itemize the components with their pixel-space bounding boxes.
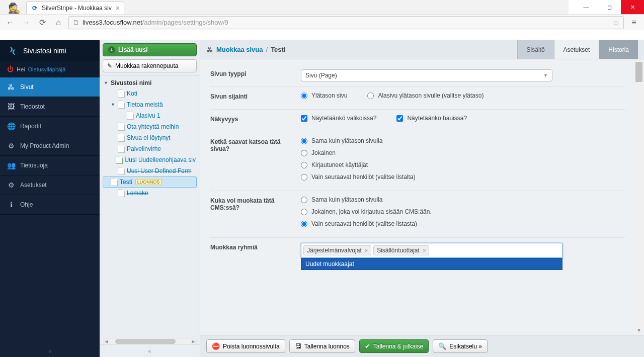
tree-item[interactable]: Ota yhteyttä meihin (103, 121, 197, 132)
tree-item-selected[interactable]: TestiLUONNOS (103, 176, 197, 188)
groups-dropdown-option[interactable]: Uudet muokkaajat (301, 258, 562, 270)
radio-viewer-inherit[interactable]: Sama kuin ylätason sivulla (301, 137, 625, 144)
remove-token-icon[interactable]: × (423, 247, 426, 253)
close-button[interactable]: ✕ (621, 0, 644, 14)
content-area: 🖧 Muokkaa sivua / Testi Sisältö Asetukse… (200, 40, 644, 357)
tree-item[interactable]: Lomake (103, 188, 197, 199)
radio-top-level[interactable]: Ylätason sivu (301, 92, 347, 99)
nav-files[interactable]: 🖼Tiedostot (0, 97, 100, 117)
breadcrumb-separator: / (266, 46, 268, 53)
tree-root[interactable]: ▼Sivustosi nimi (103, 78, 197, 88)
globe-icon: 🌐 (7, 122, 15, 130)
label-page-type: Sivun tyyppi (210, 69, 301, 81)
bookmark-icon[interactable]: ☆ (613, 19, 619, 27)
forward-button[interactable]: → (20, 17, 32, 29)
check-show-menus[interactable]: Näytetäänkö valikoissa? (301, 115, 376, 122)
check-show-search[interactable]: Näytetäänkö hauissa? (396, 115, 467, 122)
tree-item[interactable]: ▼Tietoa meistä (103, 99, 197, 110)
silverstripe-icon (7, 45, 18, 56)
sitemap-icon: 🖧 (206, 46, 213, 54)
radio-subpage[interactable]: Alasivu ylätason sivulle (valitse ylätas… (367, 92, 484, 99)
user-link[interactable]: Oletusylläpitäjä (28, 66, 66, 72)
form-vertical-scrollbar[interactable]: ▲ ▼ (635, 60, 643, 334)
label-groups: Muokkaa ryhmiä (210, 243, 301, 270)
back-button[interactable]: ← (4, 17, 16, 29)
people-icon: 👥 (7, 161, 15, 169)
url-bar[interactable]: 🗋 livess3.focusflow.net/admin/pages/sett… (68, 16, 624, 29)
tree-item[interactable]: Uusi Uudelleenohjaava siv (103, 154, 197, 165)
reload-button[interactable]: ⟳ (36, 17, 48, 29)
tab-history[interactable]: Historia (599, 40, 638, 59)
page-icon (118, 189, 125, 197)
field-viewers: Ketkä saavat katsoa tätä sivua? Sama kui… (210, 132, 625, 191)
content-tabs: Sisältö Asetukset Historia (517, 40, 638, 59)
chevron-down-icon[interactable]: ▼ (111, 102, 116, 107)
pencil-icon: ✎ (107, 62, 112, 69)
radio-editor-cms[interactable]: Jokainen, joka voi kirjautua sisään CMS:… (301, 208, 625, 215)
tree-item[interactable]: Sivua ei löytynyt (103, 132, 197, 143)
nav-pages[interactable]: 🖧Sivut (0, 77, 100, 97)
nav-settings[interactable]: ⚙Asetukset (0, 175, 100, 195)
browser-tab[interactable]: ⟳ SilverStripe - Muokkaa siv × (26, 2, 124, 14)
breadcrumb-parent[interactable]: Muokkaa sivua (216, 46, 263, 53)
page-type-dropdown[interactable]: Sivu (Page)▼ (301, 69, 552, 81)
radio-editor-groups[interactable]: Vain seuraavat henkilöt (valitse listast… (301, 220, 625, 227)
tree-item[interactable]: Palvelinvirhe (103, 143, 197, 154)
save-draft-button[interactable]: 🖫Tallenna luonnos (289, 339, 355, 353)
tree-item[interactable]: Koti (103, 88, 197, 99)
scrollbar-thumb[interactable] (115, 339, 176, 344)
gear-icon: ⚙ (7, 181, 15, 189)
chevron-down-icon[interactable]: ▼ (104, 80, 109, 85)
label-editors: Kuka voi muokata tätä CMS:ssä? (210, 196, 301, 232)
groups-token-input[interactable]: Järjestelmänvalvojat× Sisällöntuottajat× (301, 243, 562, 258)
browser-menu-button[interactable]: ≡ (628, 18, 640, 27)
sitemap-icon: 🖧 (7, 83, 15, 91)
url-path: /admin/pages/settings/show/9 (142, 19, 228, 26)
add-page-button[interactable]: +Lisää uusi (103, 43, 197, 56)
minimize-button[interactable]: — (575, 0, 598, 14)
url-host: livess3.focusflow.net (83, 19, 142, 26)
page-icon (118, 145, 125, 153)
publish-button[interactable]: ✔Tallenna & julkaise (359, 339, 429, 353)
tab-settings[interactable]: Asetukset (554, 40, 599, 59)
save-icon: 🖫 (295, 342, 301, 350)
tab-close-icon[interactable]: × (112, 4, 120, 12)
content-header: 🖧 Muokkaa sivua / Testi Sisältö Asetukse… (200, 40, 644, 59)
remove-token-icon[interactable]: × (365, 247, 368, 253)
sidebar-collapse[interactable]: « (0, 345, 100, 357)
gears-icon: ⚙ (7, 142, 15, 150)
browser-chrome: — ◻ ✕ 🕵 ⟳ SilverStripe - Muokkaa siv × ←… (0, 0, 644, 40)
nav-security[interactable]: 👥Tietosuoja (0, 156, 100, 175)
preview-button[interactable]: 🔍Esikatselu » (433, 339, 488, 353)
page-icon (118, 123, 125, 131)
incognito-icon: 🕵 (4, 2, 24, 14)
site-logo[interactable]: Sivustosi nimi (0, 40, 100, 61)
radio-viewer-logged-in[interactable]: Kirjautuneet käyttäjät (301, 161, 625, 168)
greeting-prefix: Hei (17, 66, 25, 72)
field-location: Sivun sijainti Ylätason sivu Alasivu ylä… (210, 87, 625, 110)
nav-reports[interactable]: 🌐Raportit (0, 117, 100, 136)
nav-product-admin[interactable]: ⚙My Product Admin (0, 136, 100, 156)
scroll-down-icon[interactable]: ▼ (635, 328, 643, 333)
info-icon: ℹ (7, 201, 15, 209)
tree-item[interactable]: Alasivu 1 (103, 110, 197, 121)
tree-item[interactable]: Uusi User Defined Form (103, 165, 197, 176)
breadcrumb: 🖧 Muokkaa sivua / Testi (206, 46, 286, 54)
scrollbar-thumb[interactable] (635, 62, 642, 82)
radio-viewer-groups[interactable]: Vain seuraavat henkilöt (valitse listalt… (301, 173, 625, 181)
power-icon[interactable]: ⏻ (7, 65, 14, 73)
field-editors: Kuka voi muokata tätä CMS:ssä? Sama kuin… (210, 191, 625, 238)
nav-help[interactable]: ℹOhje (0, 195, 100, 215)
breadcrumb-current: Testi (271, 46, 285, 53)
image-icon: 🖼 (7, 103, 15, 111)
delete-draft-button[interactable]: ⛔Poista luonnossivulta (206, 339, 285, 353)
tab-content[interactable]: Sisältö (517, 40, 554, 59)
home-button[interactable]: ⌂ (52, 17, 64, 29)
tab-title: SilverStripe - Muokkaa siv (42, 5, 112, 12)
edit-tree-button[interactable]: ✎Muokkaa rakennepuuta (103, 59, 197, 72)
radio-editor-inherit[interactable]: Sama kuin ylätason sivulla (301, 196, 625, 203)
tree-collapse[interactable]: « (100, 344, 200, 357)
radio-viewer-anyone[interactable]: Jokainen (301, 149, 625, 156)
maximize-button[interactable]: ◻ (598, 0, 621, 14)
tree-horizontal-scrollbar[interactable]: ◀▶ (103, 338, 197, 345)
